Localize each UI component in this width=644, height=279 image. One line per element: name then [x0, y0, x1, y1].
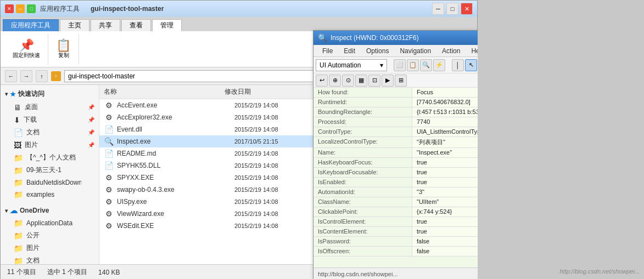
menu-options[interactable]: Options [361, 46, 394, 56]
ribbon-btn-copy[interactable]: 📋 复制 [53, 38, 74, 60]
inspect-key: How found: [313, 88, 412, 97]
toolbar2-btn-7[interactable]: ⊞ [395, 75, 407, 87]
folder-icon: › [51, 71, 61, 81]
toolbar2-btn-4[interactable]: ▦ [355, 75, 367, 87]
toolbar-btn-5[interactable]: │ [452, 59, 464, 71]
inspect-key: AutomationId: [313, 187, 412, 197]
sidebar-item-docs[interactable]: 📄 文档 📌 [1, 126, 99, 139]
file-name-9: ViewWizard.exe [117, 210, 234, 218]
status-count: 11 个项目 [7, 267, 36, 277]
sidebar-item-downloads[interactable]: ⬇ 下载 📌 [1, 113, 99, 126]
sidebar-item-desktop[interactable]: 🖥 桌面 📌 [1, 101, 99, 113]
file-icon-7: ⚙ [104, 185, 114, 194]
automation-dropdown[interactable]: UI Automation ▾ [316, 59, 387, 71]
cloud-icon: ☁ [10, 206, 18, 215]
ribbon-group-2: 📋 复制 [48, 34, 79, 65]
win-minimize-btn[interactable]: ─ [432, 3, 444, 15]
right-background: http://blog.csdn.net/showpei... [478, 0, 644, 279]
sidebar-item-pics[interactable]: 🖼 图片 📌 [1, 139, 99, 151]
file-name-8: UISpy.exe [117, 198, 234, 206]
ribbon-tab-bar: 应用程序工具 主页 共享 查看 管理 [1, 17, 477, 31]
inspect-key: ClickablePoint: [313, 207, 412, 217]
toolbar-btn-2[interactable]: 📋 [407, 59, 419, 71]
file-icon-5: 📄 [104, 161, 114, 170]
file-icon-4: 📄 [104, 149, 114, 158]
toolbar-btn-4[interactable]: ⚡ [433, 59, 445, 71]
menu-file[interactable]: File [317, 46, 338, 56]
file-name-0: AccEvent.exe [117, 101, 234, 109]
toolbar2-btn-5[interactable]: ⊡ [368, 75, 380, 87]
sidebar: ▾ ★ 快速访问 🖥 桌面 📌 ⬇ 下载 📌 📄 文档 📌 🖼 图片 [1, 85, 99, 264]
toolbar-btn-cursor[interactable]: ↖ [465, 59, 477, 71]
file-icon-1: ⚙ [104, 113, 114, 122]
inspect-key: IsOffscreen: [313, 247, 412, 256]
toolbar2-btn-2[interactable]: ⊕ [329, 75, 341, 87]
close-button[interactable]: ✕ [5, 4, 14, 13]
onedrive-collapse-icon: ▾ [5, 208, 8, 214]
sidebar-item-day3[interactable]: 📁 09-第三天-1 [1, 164, 99, 176]
inspect-key: IsKeyboardFocusable: [313, 168, 412, 177]
sidebar-section-quick-access[interactable]: ▾ ★ 快速访问 [1, 87, 99, 101]
folder-icon-5: 📁 [14, 219, 23, 227]
tab-share[interactable]: 共享 [91, 19, 120, 31]
sidebar-item-onedrive-docs[interactable]: 📁 文档 [1, 254, 99, 264]
download-icon: ⬇ [14, 116, 20, 124]
folder-icon-2: 📁 [14, 166, 23, 175]
menu-navigation[interactable]: Navigation [394, 46, 436, 56]
pin-icon-download: 📌 [88, 117, 94, 123]
sidebar-item-appdata[interactable]: 📁 ApplicationData [1, 217, 99, 229]
sidebar-item-onedrive-pics[interactable]: 📁 图片 [1, 242, 99, 254]
toolbar-btn-1[interactable]: ⬜ [394, 59, 406, 71]
back-button[interactable]: ← [5, 70, 17, 82]
toolbar2-btn-6[interactable]: ▶ [382, 75, 394, 87]
toolbar2-btn-1[interactable]: ↩ [316, 75, 328, 87]
inspect-key: IsEnabled: [313, 178, 412, 187]
toolbar2-btn-3[interactable]: ⊙ [342, 75, 354, 87]
inspect-key: RuntimeId: [313, 98, 412, 107]
inspect-app-icon: 🔍 [318, 33, 327, 42]
sidebar-item-examples[interactable]: 📁 examples [1, 189, 99, 201]
inspect-key: ProcessId: [313, 117, 412, 127]
file-icon-6: ⚙ [104, 173, 114, 182]
window-controls: ✕ ─ □ [5, 4, 36, 13]
folder-icon-7: 📁 [14, 244, 23, 253]
file-name-10: WSEdit.EXE [117, 222, 234, 230]
inspect-key: ControlType: [313, 127, 412, 136]
copy-icon: 📋 [56, 39, 71, 52]
file-icon-2: 📄 [104, 125, 114, 134]
sidebar-item-baidu[interactable]: 📁 BaiduNetdiskDownl... [1, 176, 99, 189]
maximize-button[interactable]: □ [27, 4, 36, 13]
file-name-1: AccExplorer32.exe [117, 113, 234, 121]
sidebar-item-public[interactable]: 📁 公开 [1, 229, 99, 242]
watermark-text: http://blog.csdn.net/showpei... [559, 268, 640, 275]
status-selected: 选中 1 个项目 [47, 267, 87, 277]
col-header-name[interactable]: 名称 [104, 87, 225, 96]
pin-icon-docs: 📌 [88, 129, 94, 135]
inspect-key: HasKeyboardFocus: [313, 158, 412, 167]
toolbar-section-1: ⬜ 📋 🔍 ⚡ [394, 59, 445, 71]
inspect-key: BoundingRectangle: [313, 107, 412, 117]
file-name-5: SPYHK55.DLL [117, 162, 234, 169]
minimize-button[interactable]: ─ [16, 4, 25, 13]
tab-view[interactable]: 查看 [121, 19, 151, 31]
pics-icon: 🖼 [14, 141, 21, 150]
file-icon-3: 🔍 [104, 137, 114, 146]
win-maximize-btn[interactable]: □ [446, 3, 458, 15]
sidebar-section-onedrive[interactable]: ▾ ☁ OneDrive [1, 204, 99, 217]
folder-icon-1: 📁 [14, 153, 23, 162]
inspect-key: ClassName: [313, 197, 412, 207]
inspect-key: IsContentElement: [313, 227, 412, 236]
tool-tab[interactable]: 应用程序工具 [3, 19, 59, 31]
forward-button[interactable]: → [20, 70, 32, 82]
tab-manage[interactable]: 管理 [152, 19, 182, 31]
file-name-3: Inspect.exe [117, 138, 234, 145]
folder-icon-3: 📁 [14, 178, 23, 187]
menu-edit[interactable]: Edit [338, 46, 361, 56]
sidebar-item-personal[interactable]: 📁 【^_^】个人文档 [1, 151, 99, 164]
toolbar-btn-3[interactable]: 🔍 [420, 59, 432, 71]
menu-action[interactable]: Action [436, 46, 466, 56]
tab-home[interactable]: 主页 [60, 19, 89, 31]
up-button[interactable]: ↑ [36, 70, 48, 82]
win-close-btn[interactable]: ✕ [461, 3, 473, 15]
ribbon-btn-1[interactable]: 📌 固定到快速 [9, 38, 43, 60]
